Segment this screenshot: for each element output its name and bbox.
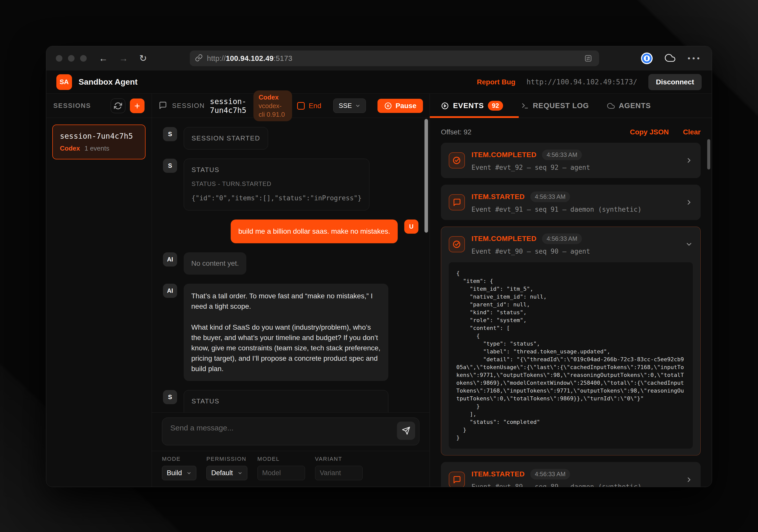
- message-bubble: STATUS STATUS - TURN.STARTED {"id":"0","…: [184, 159, 369, 211]
- pause-button[interactable]: Pause: [377, 99, 423, 113]
- tab-events[interactable]: EVENTS 92: [441, 101, 503, 111]
- end-checkbox[interactable]: [297, 102, 305, 110]
- message-bubble: No content yet.: [184, 252, 246, 275]
- browser-menu-icon[interactable]: •••: [687, 54, 702, 62]
- chat-message-list: S SESSION STARTED S STATUS STATUS - TURN…: [152, 118, 430, 412]
- active-tab-indicator: [430, 116, 519, 118]
- browser-toolbar-right: •••: [641, 46, 702, 71]
- refresh-sessions-button[interactable]: [111, 99, 125, 113]
- assistant-avatar: AI: [163, 252, 177, 267]
- event-time: 4:56:33 AM: [542, 233, 582, 244]
- window-zoom-button[interactable]: [80, 55, 87, 62]
- chevron-down-icon: [237, 471, 243, 476]
- address-bar[interactable]: http://100.94.102.49:5173: [190, 50, 599, 66]
- copy-json-button[interactable]: Copy JSON: [630, 128, 669, 136]
- chevron-right-icon: [685, 199, 693, 206]
- forward-icon[interactable]: →: [119, 54, 128, 63]
- provider-version-badge: Codex vcodex-cli 0.91.0: [254, 90, 292, 121]
- model-label: MODEL: [258, 456, 305, 462]
- message-bubble: build me a billion dollar saas. make no …: [231, 219, 398, 243]
- window-close-button[interactable]: [56, 55, 62, 62]
- send-button[interactable]: [397, 422, 415, 440]
- permission-label: PERMISSION: [206, 456, 247, 462]
- password-manager-icon[interactable]: [641, 52, 653, 64]
- assistant-avatar: AI: [163, 284, 177, 298]
- event-meta: Event #evt_89 – seq 89 – daemon (synthet…: [471, 483, 676, 487]
- session-label: SESSION: [172, 102, 205, 110]
- reload-icon[interactable]: ↻: [139, 54, 147, 63]
- system-avatar: S: [163, 159, 177, 173]
- assistant-message: AI No content yet.: [163, 252, 418, 275]
- offset-label: Offset: 92: [441, 128, 471, 136]
- variant-label: VARIANT: [315, 456, 362, 462]
- app-logo: SA: [56, 74, 72, 90]
- event-time: 4:56:33 AM: [542, 150, 582, 160]
- disconnect-button[interactable]: Disconnect: [648, 74, 702, 90]
- event-card-expanded[interactable]: ITEM.COMPLETED 4:56:33 AM Event #evt_90 …: [441, 227, 701, 455]
- clear-button[interactable]: Clear: [683, 128, 701, 136]
- chat-panel: SESSION session-7un4c7h5 Codex vcodex-cl…: [152, 94, 430, 487]
- url-text: http://100.94.102.49:5173: [207, 54, 292, 63]
- system-message: S STATUS STATUS - TURN.STARTED {"id":"0"…: [163, 159, 418, 211]
- chat-header: SESSION session-7un4c7h5 Codex vcodex-cl…: [152, 94, 430, 118]
- chevron-down-icon: [187, 471, 191, 476]
- composer: [152, 412, 430, 451]
- message-input[interactable]: [162, 418, 419, 445]
- report-bug-link[interactable]: Report Bug: [477, 78, 515, 86]
- event-card[interactable]: ITEM.COMPLETED 4:56:33 AM Event #evt_92 …: [441, 143, 701, 178]
- chevron-down-icon: [685, 241, 693, 248]
- session-event-count: 1 events: [85, 145, 109, 152]
- session-list-item[interactable]: session-7un4c7h5 Codex 1 events: [52, 124, 146, 159]
- back-icon[interactable]: ←: [99, 54, 108, 63]
- sessions-sidebar: SESSIONS + session-7un4c7h5 Codex: [46, 94, 152, 487]
- link-icon: [195, 54, 203, 63]
- events-scrollbar[interactable]: [707, 139, 710, 170]
- event-card[interactable]: ITEM.STARTED 4:56:33 AM Event #evt_91 – …: [441, 185, 701, 220]
- event-time: 4:56:33 AM: [530, 469, 570, 480]
- chat-scrollbar[interactable]: [425, 119, 428, 233]
- mode-select[interactable]: Build: [162, 466, 196, 480]
- chevron-right-icon: [685, 157, 693, 164]
- tab-agents[interactable]: AGENTS: [607, 102, 651, 110]
- app-header: SA Sandbox Agent Report Bug http://100.9…: [46, 71, 712, 94]
- variant-input[interactable]: [315, 466, 362, 480]
- session-controls: MODE Build PERMISSION Default: [152, 451, 430, 487]
- end-label: End: [309, 102, 322, 110]
- session-name: session-7un4c7h5: [60, 132, 138, 141]
- assistant-message: AI That’s a tall order. To move fast and…: [163, 284, 418, 381]
- events-tabs: EVENTS 92 REQUEST LOG AGENTS: [430, 94, 712, 118]
- model-input[interactable]: [258, 466, 305, 480]
- play-circle-icon: [441, 102, 449, 110]
- desktop-background: ← → ↻ http://100.94.102.49:5173: [0, 0, 758, 532]
- sessions-title: SESSIONS: [53, 102, 91, 110]
- session-provider: Codex: [60, 145, 80, 152]
- event-time: 4:56:33 AM: [530, 191, 570, 202]
- session-id: session-7un4c7h5: [210, 97, 249, 115]
- permission-select[interactable]: Default: [206, 466, 247, 480]
- cloud-sync-icon[interactable]: [665, 52, 675, 64]
- system-message: S STATUS STATUS - THREAD.TOKEN_USAGE.UPD…: [163, 390, 418, 412]
- new-session-button[interactable]: +: [130, 99, 145, 113]
- site-settings-icon[interactable]: [582, 52, 594, 64]
- check-circle-icon: [449, 236, 465, 252]
- message-bubble: SESSION STARTED: [184, 127, 268, 150]
- window-minimize-button[interactable]: [68, 55, 75, 62]
- events-list: Offset: 92 Copy JSON Clear: [430, 118, 712, 487]
- event-meta: Event #evt_90 – seq 90 – agent: [471, 248, 676, 255]
- chevron-down-icon: [355, 103, 361, 109]
- event-json-payload: { "item": { "item_id": "itm_5", "native_…: [449, 262, 693, 449]
- terminal-icon: [521, 102, 529, 110]
- transport-select[interactable]: SSE: [333, 99, 365, 113]
- events-count-badge: 92: [488, 101, 503, 111]
- user-message: build me a billion dollar saas. make no …: [163, 219, 418, 243]
- send-icon: [402, 426, 410, 435]
- chat-bubble-icon: [158, 101, 167, 111]
- message-bubble: STATUS STATUS - THREAD.TOKEN_USAGE.UPDAT…: [184, 390, 388, 412]
- browser-window: ← → ↻ http://100.94.102.49:5173: [46, 46, 712, 487]
- tab-request-log[interactable]: REQUEST LOG: [521, 102, 589, 110]
- mode-label: MODE: [162, 456, 196, 462]
- events-panel: EVENTS 92 REQUEST LOG AGENTS: [430, 94, 712, 487]
- app-title: Sandbox Agent: [79, 77, 137, 87]
- event-card[interactable]: ITEM.STARTED 4:56:33 AM Event #evt_89 – …: [441, 462, 701, 487]
- connected-url: http://100.94.102.49:5173/: [527, 78, 637, 86]
